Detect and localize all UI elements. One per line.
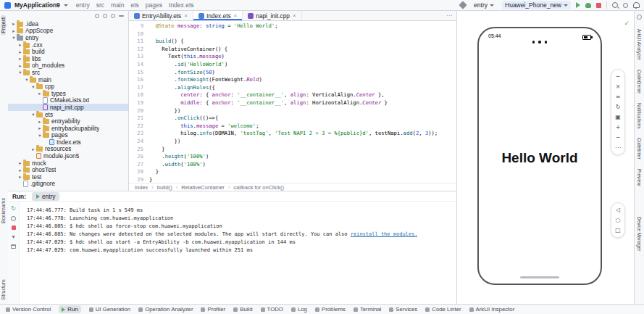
- clear-console-icon[interactable]: [11, 244, 16, 249]
- bottombar-item-version-control[interactable]: Version Control: [6, 306, 51, 313]
- bottombar-item-services[interactable]: Services: [389, 306, 417, 313]
- rotate-icon[interactable]: ↻: [616, 104, 621, 110]
- chevron-icon[interactable]: ▾: [30, 111, 36, 117]
- tree-item-main[interactable]: ▾main: [8, 76, 128, 83]
- more-icon[interactable]: ⋯: [615, 144, 621, 151]
- run-config-selector[interactable]: entry: [471, 1, 497, 9]
- code-area[interactable]: 9 @State message: string = 'Hello World'…: [129, 21, 456, 183]
- tree-item-napi-init-cpp[interactable]: napi_init.cpp: [8, 104, 128, 111]
- scroll-down-icon[interactable]: ▾: [12, 234, 14, 240]
- chevron-icon[interactable]: ▸: [11, 28, 17, 34]
- run-button[interactable]: [576, 2, 580, 8]
- bottombar-item-problems[interactable]: Problems: [315, 306, 346, 313]
- breadcrumb-item-src[interactable]: src: [96, 1, 104, 9]
- chevron-icon[interactable]: ▸: [37, 90, 43, 96]
- toolwindow-codelinter[interactable]: Codelinter: [637, 138, 642, 160]
- deveco-logo-icon[interactable]: [4, 2, 11, 9]
- tree-item-cmakelists-txt[interactable]: CMakeLists.txt: [8, 97, 128, 104]
- chevron-icon[interactable]: ▸: [37, 125, 43, 131]
- chevron-icon[interactable]: ▸: [17, 167, 23, 173]
- chevron-icon[interactable]: ▸: [17, 160, 23, 166]
- device-selector[interactable]: Huawei_Phone_new: [502, 1, 571, 9]
- menu-icon[interactable]: ≡: [616, 94, 621, 100]
- tab-options-icon[interactable]: ⋯: [442, 12, 456, 19]
- stop-button[interactable]: [596, 3, 601, 8]
- tree-item-build[interactable]: ▸build: [8, 48, 128, 55]
- toolwindow-project[interactable]: Project: [1, 15, 6, 36]
- settings-icon[interactable]: [111, 14, 115, 18]
- collapse-all-icon[interactable]: [119, 15, 124, 17]
- settings-icon[interactable]: [11, 216, 16, 221]
- tree-item-oh-modules[interactable]: ▸oh_modules: [8, 62, 128, 70]
- tree-item-entrybackupability[interactable]: ▸entrybackupability: [8, 125, 128, 132]
- tree-item-mock[interactable]: ▸mock: [8, 160, 128, 167]
- tree-item-appscope[interactable]: ▸AppScope: [8, 28, 128, 35]
- chevron-icon[interactable]: ▸: [17, 173, 23, 180]
- debug-button[interactable]: [585, 3, 591, 8]
- chevron-icon[interactable]: ▾: [24, 76, 30, 83]
- chevron-icon[interactable]: ▸: [17, 49, 23, 55]
- chevron-icon[interactable]: ▸: [17, 41, 23, 48]
- toolwindow-notifications[interactable]: Notifications: [637, 103, 642, 128]
- breadcrumb-item-entry[interactable]: entry: [76, 1, 90, 9]
- bottombar-item-code-linter[interactable]: Code Linter: [425, 306, 461, 313]
- close-icon[interactable]: ×: [234, 12, 238, 19]
- tree-item-cpp[interactable]: ▾cpp: [8, 83, 128, 90]
- bottombar-item-build[interactable]: Build: [233, 306, 252, 313]
- breadcrumb-item-callback-for-onclick[interactable]: callback for onClick(): [233, 184, 284, 191]
- console-output[interactable]: 17:44:46.777: Build task in 1 s 549 ms17…: [20, 202, 417, 304]
- tree-item-index-ets[interactable]: Index.ets: [8, 139, 128, 146]
- tree-item-resources[interactable]: ▸resources: [8, 146, 128, 153]
- toolwindow-structure[interactable]: Structure: [1, 279, 6, 299]
- home-icon[interactable]: ○: [616, 217, 621, 223]
- tree-item-pages[interactable]: ▾pages: [8, 132, 128, 139]
- breadcrumb-item-build[interactable]: build(): [157, 184, 172, 191]
- tree-item-cxx[interactable]: ▸.cxx: [8, 41, 128, 49]
- tree-item-entry[interactable]: ▾entry: [8, 34, 128, 41]
- tree-item-idea[interactable]: ▸.idea: [8, 20, 128, 28]
- breadcrumb-item-ets[interactable]: ets: [131, 1, 139, 9]
- run-tab-entry[interactable]: entry: [32, 192, 59, 201]
- notifications-icon[interactable]: [633, 2, 640, 8]
- toolwindow-codegenie[interactable]: CodeGenie: [637, 70, 642, 94]
- settings-icon[interactable]: [623, 3, 628, 8]
- tree-item-ets[interactable]: ▾ets: [8, 111, 128, 118]
- editor-tab-entryability-ets[interactable]: EntryAbility.ets×: [129, 11, 193, 20]
- volume-up-icon[interactable]: +: [616, 124, 621, 131]
- stop-icon[interactable]: [12, 226, 16, 230]
- build-icon[interactable]: [459, 1, 467, 9]
- editor-tab-napi-init-cpp[interactable]: napi_init.cpp×: [243, 11, 301, 20]
- toolwindow-bookmarks[interactable]: Bookmarks: [1, 198, 6, 223]
- locate-file-icon[interactable]: [95, 14, 99, 18]
- search-icon[interactable]: [612, 2, 618, 8]
- bottombar-item-arkui-inspector[interactable]: ArkUI Inspector: [469, 306, 515, 313]
- toolwindow-arkui-analyzer[interactable]: ArkUI Analyzer: [637, 29, 642, 60]
- chevron-icon[interactable]: ▸: [11, 20, 17, 27]
- chevron-icon[interactable]: ▸: [37, 118, 43, 125]
- close-icon[interactable]: ×: [616, 83, 621, 90]
- bottombar-item-log[interactable]: Log: [291, 306, 307, 313]
- rerun-icon[interactable]: ↻: [11, 206, 16, 212]
- tree-item-libs[interactable]: ▸libs: [8, 55, 128, 62]
- tree-item-ohostest[interactable]: ▸ohosTest: [8, 166, 128, 173]
- options-icon[interactable]: [103, 14, 107, 18]
- screenshot-icon[interactable]: ▣: [615, 114, 621, 120]
- tree-item-types[interactable]: ▸types: [8, 90, 128, 97]
- chevron-icon[interactable]: ▸: [17, 62, 23, 69]
- project-name[interactable]: MyApplication9: [14, 1, 60, 9]
- recents-icon[interactable]: □: [615, 227, 621, 234]
- back-icon[interactable]: ◁: [616, 207, 620, 213]
- console-link[interactable]: reinstall the modules.: [351, 231, 418, 237]
- editor-tab-index-ets[interactable]: Index.ets×: [193, 11, 243, 20]
- tree-item-test[interactable]: ▸test: [8, 173, 128, 181]
- volume-down-icon[interactable]: −: [616, 134, 621, 141]
- tree-item-src[interactable]: ▾src: [8, 69, 128, 76]
- tree-item-gitignore[interactable]: .gitignore: [8, 181, 128, 188]
- chevron-icon[interactable]: ▾: [37, 132, 43, 139]
- tool-strip-icon[interactable]: [637, 15, 642, 20]
- toolwindow-preview[interactable]: Preview: [637, 169, 642, 186]
- close-icon[interactable]: ×: [293, 12, 296, 19]
- minimize-icon[interactable]: ─: [616, 73, 620, 80]
- bottombar-item-todo[interactable]: TODO: [261, 306, 283, 313]
- bottombar-item-run[interactable]: Run: [59, 305, 80, 313]
